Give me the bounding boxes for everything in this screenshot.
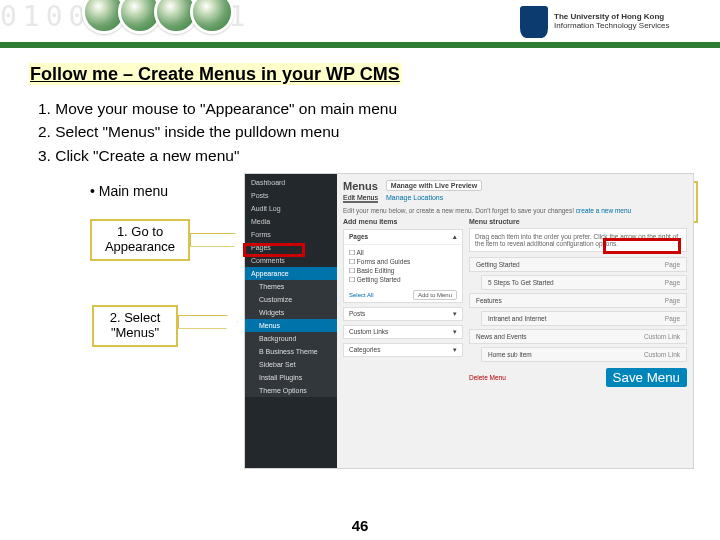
chevron-down-icon: ▾ <box>453 310 457 318</box>
chevron-up-icon: ▴ <box>453 233 457 241</box>
tab-edit-menus[interactable]: Edit Menus <box>343 194 378 203</box>
menu-item-type: Page <box>665 315 680 322</box>
page-label: Basic Editing <box>357 267 395 274</box>
wp-sidebar: Dashboard Posts Audit Log Media Forms Pa… <box>245 174 337 468</box>
callout-appearance: 1. Go to Appearance <box>90 219 190 261</box>
menu-item[interactable]: Intranet and InternetPage <box>481 311 687 326</box>
tab-manage-locations[interactable]: Manage Locations <box>386 194 443 203</box>
save-row: Delete Menu Save Menu <box>469 368 687 387</box>
wp-page-title: Menus <box>343 180 378 192</box>
panel-label: Custom Links <box>349 328 388 336</box>
step-2: 2. Select "Menus" inside the pulldown me… <box>38 120 720 143</box>
org-logo: The University of Hong Kong Information … <box>520 6 710 38</box>
posts-panel[interactable]: Posts▾ <box>343 307 463 321</box>
categories-panel[interactable]: Categories▾ <box>343 343 463 357</box>
panel-label: Categories <box>349 346 380 354</box>
submenu-installplugins[interactable]: Install Plugins <box>245 371 337 384</box>
add-to-menu-button[interactable]: Add to Menu <box>413 290 457 300</box>
slide-title: Follow me – Create Menus in your WP CMS <box>28 63 402 85</box>
title-row: Follow me – Create Menus in your WP CMS <box>28 64 720 85</box>
sidebar-item-dashboard[interactable]: Dashboard <box>245 176 337 189</box>
menu-item-label: Intranet and Internet <box>488 315 547 322</box>
select-all-link[interactable]: Select All <box>349 292 374 298</box>
step-3: 3. Click "Create a new menu" <box>38 144 720 167</box>
callout-pointer-icon <box>190 233 245 247</box>
globe-icon <box>190 0 234 34</box>
org-line2: Information Technology Services <box>554 22 669 31</box>
add-menu-items-column: Add menu items Pages▴ ☐ All ☐ Forms and … <box>343 218 463 387</box>
sidebar-item-pages[interactable]: Pages <box>245 241 337 254</box>
step-1: 1. Move your mouse to "Appearance" on ma… <box>38 97 720 120</box>
menu-structure-column: Menu structure Drag each item into the o… <box>469 218 687 387</box>
submenu-widgets[interactable]: Widgets <box>245 306 337 319</box>
menu-item[interactable]: 5 Steps To Get StartedPage <box>481 275 687 290</box>
sidebar-item-comments[interactable]: Comments <box>245 254 337 267</box>
slide-header: 01001 10001 The University of Hong Kong … <box>0 0 720 48</box>
callout-pointer-icon <box>178 315 238 329</box>
page-checkbox[interactable]: ☐ Forms and Guides <box>349 258 457 266</box>
submenu-sidebarset[interactable]: Sidebar Set <box>245 358 337 371</box>
delete-menu-link[interactable]: Delete Menu <box>469 374 506 381</box>
menu-hint: Drag each item into the order you prefer… <box>469 228 687 252</box>
add-items-heading: Add menu items <box>343 218 463 225</box>
menu-item-label: News and Events <box>476 333 527 340</box>
wp-columns: Add menu items Pages▴ ☐ All ☐ Forms and … <box>343 218 687 387</box>
menu-item-label: Features <box>476 297 502 304</box>
submenu-theme[interactable]: B Business Theme <box>245 345 337 358</box>
submenu-background[interactable]: Background <box>245 332 337 345</box>
wp-desc-text: Edit your menu below, or create a new me… <box>343 207 574 214</box>
submenu-customize[interactable]: Customize <box>245 293 337 306</box>
menu-item-type: Custom Link <box>644 333 680 340</box>
sidebar-item-posts[interactable]: Posts <box>245 189 337 202</box>
create-new-menu-link[interactable]: create a new menu <box>576 207 631 214</box>
pages-panel: Pages▴ ☐ All ☐ Forms and Guides ☐ Basic … <box>343 229 463 303</box>
sidebar-item-appearance[interactable]: Appearance <box>245 267 337 280</box>
menu-item-label: 5 Steps To Get Started <box>488 279 554 286</box>
page-label: Forms and Guides <box>357 258 410 265</box>
menu-structure-heading: Menu structure <box>469 218 687 225</box>
menu-item[interactable]: Home sub itemCustom Link <box>481 347 687 362</box>
sidebar-item-forms[interactable]: Forms <box>245 228 337 241</box>
menu-item-label: Getting Started <box>476 261 520 268</box>
menu-item-label: Home sub item <box>488 351 532 358</box>
submenu-themes[interactable]: Themes <box>245 280 337 293</box>
save-menu-button[interactable]: Save Menu <box>606 368 687 387</box>
page-label: All <box>356 249 363 256</box>
wp-page-title-row: Menus Manage with Live Preview <box>343 180 687 192</box>
sidebar-item-auditlog[interactable]: Audit Log <box>245 202 337 215</box>
sidebar-item-media[interactable]: Media <box>245 215 337 228</box>
chevron-down-icon: ▾ <box>453 346 457 354</box>
instruction-steps: 1. Move your mouse to "Appearance" on ma… <box>38 97 720 167</box>
main-menu-label: • Main menu <box>90 183 168 199</box>
wordpress-screenshot: Dashboard Posts Audit Log Media Forms Pa… <box>244 173 694 469</box>
menu-item-type: Page <box>665 279 680 286</box>
pages-panel-body: ☐ All ☐ Forms and Guides ☐ Basic Editing… <box>344 245 462 288</box>
page-checkbox[interactable]: ☐ Basic Editing <box>349 267 457 275</box>
menu-item[interactable]: FeaturesPage <box>469 293 687 308</box>
callout-menus: 2. Select "Menus" <box>92 305 178 347</box>
annotated-screenshot-area: • Main menu 1. Go to Appearance 2. Selec… <box>0 173 720 503</box>
pages-panel-footer: Select All Add to Menu <box>344 288 462 302</box>
page-checkbox[interactable]: ☐ All <box>349 249 457 257</box>
university-crest-icon <box>520 6 548 38</box>
panel-label: Posts <box>349 310 365 318</box>
submenu-menus[interactable]: Menus <box>245 319 337 332</box>
wp-description: Edit your menu below, or create a new me… <box>343 207 687 214</box>
menu-item[interactable]: News and EventsCustom Link <box>469 329 687 344</box>
pages-panel-title: Pages <box>349 233 368 241</box>
live-preview-button[interactable]: Manage with Live Preview <box>386 180 482 191</box>
wp-body: Menus Manage with Live Preview Edit Menu… <box>337 174 693 468</box>
menu-item-type: Custom Link <box>644 351 680 358</box>
menu-item[interactable]: Getting StartedPage <box>469 257 687 272</box>
submenu-themeoptions[interactable]: Theme Options <box>245 384 337 397</box>
pages-panel-header[interactable]: Pages▴ <box>344 230 462 245</box>
custom-links-panel[interactable]: Custom Links▾ <box>343 325 463 339</box>
chevron-down-icon: ▾ <box>453 328 457 336</box>
globe-decoration <box>90 0 234 34</box>
menu-item-type: Page <box>665 297 680 304</box>
wp-tabs: Edit Menus Manage Locations <box>343 194 687 203</box>
org-name: The University of Hong Kong Information … <box>554 13 669 31</box>
page-label: Getting Started <box>357 276 401 283</box>
page-checkbox[interactable]: ☐ Getting Started <box>349 276 457 284</box>
page-number: 46 <box>0 517 720 534</box>
